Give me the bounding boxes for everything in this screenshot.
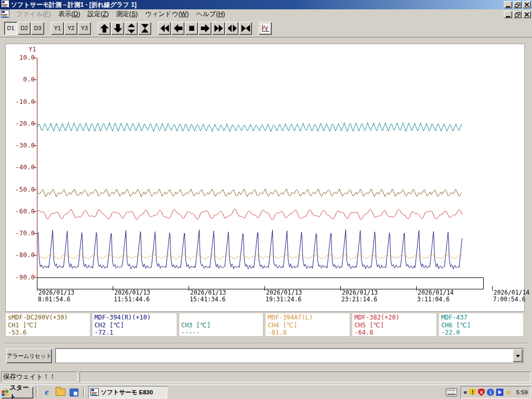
minimize-button[interactable] xyxy=(504,1,512,8)
task-button[interactable]: ソフトサーモ E830 xyxy=(88,386,167,398)
toolbar-step-left-button[interactable] xyxy=(171,22,184,35)
legend-channel-label: CH6 [℃] xyxy=(441,322,521,329)
y-tick-label: -10.0 xyxy=(6,98,35,105)
toolbar-button-d3[interactable]: D3 xyxy=(31,22,44,35)
compress-vertical-icon xyxy=(140,23,150,33)
toolbar: D1D2D3Y1Y2Y3 xyxy=(0,19,532,37)
mdi-restore-button[interactable] xyxy=(513,11,522,18)
legend-channel-name xyxy=(181,314,261,322)
y-tick-label: -90.0 xyxy=(6,273,35,281)
y-tick-label: -70.0 xyxy=(6,229,35,237)
keyboard-icon[interactable] xyxy=(446,388,457,396)
alarm-combo-value xyxy=(56,349,512,363)
line-chart xyxy=(6,44,524,311)
legend-cell-ch6: MDF-437CH6 [℃]-22.0 xyxy=(438,313,524,337)
x-tick-date: 2026/01/14 xyxy=(494,289,529,296)
toolbar-button-y1[interactable]: Y1 xyxy=(51,22,64,35)
security-alert-icon[interactable]: × xyxy=(478,389,485,396)
toolbar-step-right-button[interactable] xyxy=(198,22,211,35)
legend-cell-ch4: MDF-394AT(L)CH4 [℃]-81.8 xyxy=(265,313,350,337)
x-tick-time: 15:41:34.6 xyxy=(190,296,225,303)
play-icon[interactable] xyxy=(496,389,503,396)
legend-channel-label: CH3 [℃] xyxy=(181,322,261,329)
close-button[interactable] xyxy=(523,1,531,8)
security-warning-icon[interactable]: ! xyxy=(469,389,476,396)
start-button[interactable]: スタート xyxy=(1,387,33,398)
x-tick-time: 19:31:24.6 xyxy=(265,296,301,303)
tray-overflow-chevron[interactable]: « xyxy=(463,389,467,396)
expand-vertical-icon xyxy=(126,23,137,33)
star-icon[interactable]: ★ xyxy=(506,389,512,396)
menu-h[interactable]: ヘルプ(H) xyxy=(192,9,229,20)
mdi-child-icon[interactable] xyxy=(1,10,9,19)
toolbar-graph-settings-button[interactable] xyxy=(259,22,272,35)
info-icon[interactable]: i xyxy=(487,389,494,396)
internet-explorer-icon[interactable]: e xyxy=(41,387,52,398)
status-message: 保存ウェイト！！ xyxy=(1,371,78,382)
taskbar: スタート e ソフトサーモ E830 « ! × i ★ 5:59 xyxy=(0,384,532,399)
toolbar-button-y3[interactable]: Y3 xyxy=(78,22,91,35)
legend-channel-label: CH2 [℃] xyxy=(95,322,175,329)
status-bar: 保存ウェイト！！ xyxy=(0,370,532,384)
divider xyxy=(83,387,85,397)
x-tick-time: 23:21:14.6 xyxy=(341,296,377,303)
mdi-minimize-button[interactable] xyxy=(504,11,512,18)
legend-channel-value: -64.8 xyxy=(354,329,434,337)
toolbar-compress-vertical-button[interactable] xyxy=(138,22,151,35)
legend-channel-label: CH4 [℃] xyxy=(268,322,348,329)
menu-f[interactable]: ファイル(F) xyxy=(12,9,55,20)
legend-channel-name: MDF-437 xyxy=(441,314,521,322)
legend-channel-value: -72.1 xyxy=(95,329,175,337)
legend-channel-value: -81.8 xyxy=(268,329,348,337)
legend-channel-name: MDF-382(+20) xyxy=(354,314,434,322)
legend-channel-name: sMDF-DC200V(+30) xyxy=(8,314,88,322)
legend-cell-ch1: sMDF-DC200V(+30)CH1 [℃]-53.6 xyxy=(5,313,90,337)
legend-cell-ch5: MDF-382(+20)CH5 [℃]-64.8 xyxy=(352,313,437,337)
separator xyxy=(4,343,528,344)
toolbar-fast-forward-button[interactable] xyxy=(212,22,225,35)
y-tick-label: 10.0 xyxy=(6,54,35,61)
y-tick-label: -40.0 xyxy=(6,163,35,171)
window-title: ソフトサーモ計測－計測1 - [折れ線グラフ 1] xyxy=(11,1,504,9)
restore-button[interactable] xyxy=(513,1,522,8)
toolbar-stop-button[interactable] xyxy=(185,22,198,35)
menu-z[interactable]: 設定(Z) xyxy=(84,9,113,20)
menu-d[interactable]: 表示(D) xyxy=(55,9,84,20)
toolbar-compress-horizontal-button[interactable] xyxy=(239,22,252,35)
toolbar-expand-vertical-button[interactable] xyxy=(125,22,138,35)
legend-channel-name: MDF-394AT(L) xyxy=(268,314,348,322)
alarm-combo[interactable] xyxy=(55,348,524,363)
x-tick-date: 2026/01/13 xyxy=(114,289,150,296)
alarm-reset-button[interactable]: アラームリセット xyxy=(6,349,52,363)
graph-settings-icon xyxy=(260,23,271,33)
y-axis-title: Y1 xyxy=(29,46,36,53)
menu-w[interactable]: ウィンドウ(W) xyxy=(141,9,192,20)
y-tick-label: 0.0 xyxy=(6,75,35,83)
scroll-down-icon xyxy=(113,23,123,33)
toolbar-fast-rewind-button[interactable] xyxy=(158,22,171,35)
folder-icon[interactable] xyxy=(55,387,66,398)
toolbar-scroll-down-button[interactable] xyxy=(111,22,124,35)
y-tick-label: -60.0 xyxy=(6,207,35,215)
y-tick-label: -50.0 xyxy=(6,185,35,193)
x-tick-time: 7:00:54.6 xyxy=(493,296,525,303)
legend-cell-ch3: CH3 [℃]----- xyxy=(179,313,264,337)
menu-s[interactable]: 測定(S) xyxy=(113,9,142,20)
tray-clock[interactable]: 5:59 xyxy=(514,389,528,395)
toolbar-button-y2[interactable]: Y2 xyxy=(64,22,77,35)
toolbar-button-d2[interactable]: D2 xyxy=(18,22,31,35)
x-tick-date: 2026/01/13 xyxy=(190,289,226,296)
combo-dropdown-button[interactable] xyxy=(513,349,523,362)
step-left-icon xyxy=(173,23,183,33)
mdi-close-button[interactable] xyxy=(523,11,531,18)
toolbar-button-d1[interactable]: D1 xyxy=(4,22,17,35)
menu-items: ファイル(F)表示(D)設定(Z)測定(S)ウィンドウ(W)ヘルプ(H) xyxy=(12,9,229,20)
x-tick-date: 2026/01/13 xyxy=(266,289,302,296)
status-panel-2 xyxy=(79,371,531,382)
legend-channel-label: CH5 [℃] xyxy=(354,322,434,329)
task-label: ソフトサーモ E830 xyxy=(101,389,153,396)
toolbar-expand-horizontal-button[interactable] xyxy=(225,22,238,35)
x-tick-date: 2026/01/13 xyxy=(38,289,74,296)
toolbar-scroll-up-button[interactable] xyxy=(98,22,111,35)
desktop-icon[interactable] xyxy=(68,387,79,398)
